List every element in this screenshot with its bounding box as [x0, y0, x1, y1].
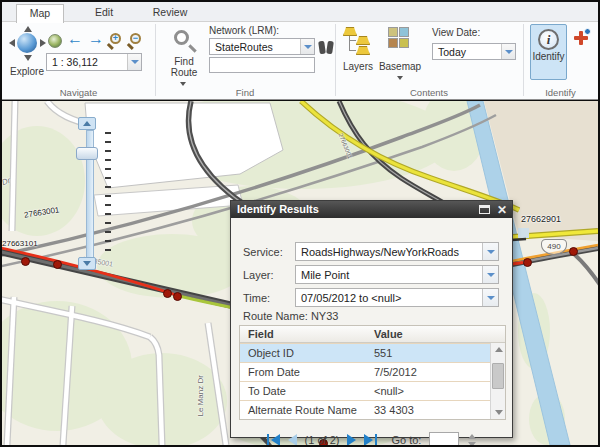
route-label-27662901: 27662901	[521, 214, 561, 224]
identify-button[interactable]: i Identify	[530, 24, 567, 80]
cell-value: 551	[366, 344, 490, 362]
street-label-le-manz-dr: Le Manz Dr	[196, 361, 205, 417]
ribbon: Map Edit Review Explore ← → + −	[2, 2, 598, 100]
service-combo[interactable]: RoadsHighways/NewYorkRoads	[295, 242, 499, 261]
goto-spinner[interactable]	[468, 434, 476, 446]
view-date-dropdown-button[interactable]	[501, 44, 515, 59]
slider-thumb[interactable]	[76, 147, 98, 160]
time-dropdown-button[interactable]	[482, 289, 498, 306]
cell-field: Alternate Route Name	[240, 401, 366, 419]
table-scrollbar[interactable]	[490, 343, 505, 419]
map-scale-value: 1 : 36,112	[47, 56, 127, 68]
network-dropdown-button[interactable]	[300, 39, 314, 54]
layer-dropdown-button[interactable]	[482, 266, 498, 283]
basemap-button[interactable]: Basemap	[383, 27, 417, 89]
group-label-find: Find	[155, 87, 335, 98]
group-label-identify: Identify	[523, 87, 598, 98]
table-row[interactable]: Object ID 551	[240, 343, 505, 362]
attributes-table: Field Value Object ID 551 From Date 7/5/…	[239, 325, 506, 420]
scroll-thumb[interactable]	[492, 363, 504, 389]
find-route-label-1: Find	[163, 56, 205, 67]
view-date-combo[interactable]: Today	[432, 43, 516, 60]
service-label: Service:	[243, 246, 283, 258]
find-route-label-2: Route	[163, 67, 205, 78]
app-window: Map Edit Review Explore ← → + −	[0, 0, 600, 447]
table-header-row: Field Value	[240, 326, 505, 343]
dialog-title-bar[interactable]: Identify Results ✕	[231, 201, 512, 218]
time-label: Time:	[243, 292, 270, 304]
layers-button[interactable]: Layers	[342, 27, 374, 79]
scale-dropdown-button[interactable]	[127, 54, 141, 70]
full-extent-globe-icon[interactable]	[48, 34, 62, 48]
binoculars-search-icon[interactable]	[319, 41, 335, 55]
table-row[interactable]: From Date 7/5/2012	[240, 362, 505, 381]
cell-field: To Date	[240, 382, 366, 400]
group-label-contents: Contents	[335, 87, 523, 98]
ribbon-tab-bar: Map Edit Review	[2, 2, 598, 22]
goto-page-input[interactable]	[429, 432, 459, 445]
previous-page-button[interactable]	[288, 434, 297, 445]
back-arrow-icon[interactable]: ←	[67, 30, 83, 48]
slider-zoom-in-button[interactable]	[78, 117, 96, 130]
mile-point-marker[interactable]	[21, 257, 30, 266]
dialog-title: Identify Results	[237, 203, 319, 215]
page-indicator: (1 of 2)	[305, 434, 340, 445]
cell-value: 33 4303	[366, 401, 490, 419]
pagination-bar: (1 of 2) Go to:	[231, 429, 512, 445]
goto-label: Go to:	[391, 434, 421, 445]
explore-label: Explore	[5, 66, 49, 77]
add-identify-plus-icon[interactable]	[574, 31, 588, 45]
zoom-out-icon[interactable]: −	[130, 33, 141, 44]
last-page-button[interactable]	[364, 434, 377, 445]
tab-map[interactable]: Map	[16, 4, 64, 23]
maximize-icon[interactable]	[479, 205, 490, 214]
view-date-label: View Date:	[432, 27, 480, 38]
find-route-caret-icon	[180, 82, 186, 86]
table-row[interactable]: Alternate Route Name 33 4303	[240, 400, 505, 419]
basemap-label: Basemap	[377, 61, 423, 72]
explore-button[interactable]: Explore	[8, 26, 46, 84]
map-view[interactable]: 27663001 27663101 27935001 27662901 2766…	[2, 101, 598, 445]
find-route-magnifier-icon	[174, 30, 189, 45]
cell-field: From Date	[240, 363, 366, 381]
header-value: Value	[366, 326, 490, 342]
scroll-up-icon[interactable]	[495, 347, 503, 352]
slider-zoom-out-button[interactable]	[78, 257, 96, 270]
tab-edit[interactable]: Edit	[80, 4, 128, 22]
route-name-label: Route Name:	[243, 310, 308, 322]
map-scale-combo[interactable]: 1 : 36,112	[46, 53, 142, 71]
scroll-down-icon[interactable]	[495, 410, 503, 415]
mile-point-marker[interactable]	[569, 247, 578, 256]
slider-tick-marks	[105, 132, 111, 256]
basemap-caret-icon	[397, 76, 403, 80]
mile-point-marker[interactable]	[173, 292, 182, 301]
zoom-in-icon[interactable]: +	[110, 33, 121, 44]
service-dropdown-button[interactable]	[482, 243, 498, 260]
route-name-line: Route Name: NY33	[243, 310, 338, 322]
time-value: 07/05/2012 to <null>	[296, 289, 482, 306]
group-label-navigate: Navigate	[2, 87, 155, 98]
layer-combo[interactable]: Mile Point	[295, 265, 499, 284]
mile-point-marker[interactable]	[163, 289, 172, 298]
identify-button-label: Identify	[531, 51, 566, 62]
network-lrm-combo[interactable]: StateRoutes	[209, 38, 315, 55]
mile-point-marker[interactable]	[523, 258, 532, 267]
route-search-input[interactable]	[209, 57, 315, 73]
network-lrm-label: Network (LRM):	[209, 25, 279, 36]
forward-arrow-icon[interactable]: →	[88, 30, 104, 48]
next-page-button[interactable]	[347, 434, 356, 445]
cell-value: 7/5/2012	[366, 363, 490, 381]
service-value: RoadsHighways/NewYorkRoads	[296, 243, 482, 260]
header-field: Field	[240, 326, 366, 342]
mile-point-marker[interactable]	[53, 260, 62, 269]
layers-label: Layers	[336, 61, 380, 72]
route-label-27663101: 27663101	[2, 239, 38, 248]
cell-field: Object ID	[240, 344, 366, 362]
close-icon[interactable]: ✕	[497, 202, 507, 218]
first-page-button[interactable]	[267, 434, 280, 445]
tab-review[interactable]: Review	[142, 4, 198, 22]
time-combo[interactable]: 07/05/2012 to <null>	[295, 288, 499, 307]
layer-label: Layer:	[243, 269, 274, 281]
table-row[interactable]: To Date <null>	[240, 381, 505, 400]
identify-results-dialog: Identify Results ✕ Service: RoadsHighway…	[230, 200, 513, 438]
